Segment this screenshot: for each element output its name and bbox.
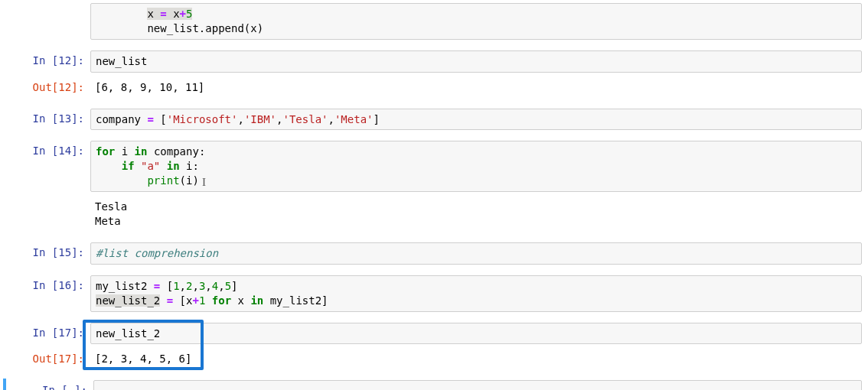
code-cell-empty-selected: In [ ]: [3, 379, 868, 390]
code-input-12[interactable]: new_list [90, 50, 862, 73]
in-prompt-11 [6, 3, 90, 6]
code-input-empty[interactable] [93, 380, 862, 390]
code-input-16[interactable]: my_list2 = [1,2,3,4,5] new_list_2 = [x+1… [90, 275, 862, 312]
code-cell-15: In [15]: #list comprehension [0, 241, 868, 266]
in-prompt-17: In [17]: [6, 323, 90, 340]
in-prompt-16: In [16]: [6, 275, 90, 293]
code-cell-13: In [13]: company = ['Microsoft','IBM','T… [0, 107, 868, 132]
output-17: [2, 3, 4, 5, 6] [90, 349, 862, 369]
code-input-17[interactable]: new_list_2 [90, 323, 862, 345]
out-prompt-12: Out[12]: [6, 77, 90, 95]
code-input-15[interactable]: #list comprehension [90, 242, 862, 265]
code-cell-14: In [14]: for i in company: if "a" in i: … [0, 139, 868, 232]
code-input-14[interactable]: for i in company: if "a" in i: print(i) [90, 141, 862, 192]
code-cell-17: In [17]: new_list_2 Out[17]: [2, 3, 4, 5… [0, 321, 868, 372]
code-cell-12: In [12]: new_list Out[12]: [6, 8, 9, 10,… [0, 49, 868, 99]
in-prompt-13: In [13]: [6, 109, 90, 126]
in-prompt-empty: In [ ]: [14, 380, 93, 390]
text-cursor-icon [199, 176, 200, 187]
code-cell-16: In [16]: my_list2 = [1,2,3,4,5] new_list… [0, 274, 868, 314]
out-prompt-17: Out[17]: [6, 349, 90, 366]
code-input-13[interactable]: company = ['Microsoft','IBM','Tesla','Me… [90, 109, 862, 131]
output-14: Tesla Meta [90, 197, 862, 232]
in-prompt-12: In [12]: [6, 50, 90, 68]
code-input-11[interactable]: x = x+5 new_list.append(x) [90, 3, 862, 40]
out-prompt-14-blank [6, 197, 90, 200]
output-12: [6, 8, 9, 10, 11] [90, 77, 862, 98]
code-cell-11-partial: x = x+5 new_list.append(x) [0, 2, 868, 41]
in-prompt-14: In [14]: [6, 141, 90, 158]
in-prompt-15: In [15]: [6, 242, 90, 260]
